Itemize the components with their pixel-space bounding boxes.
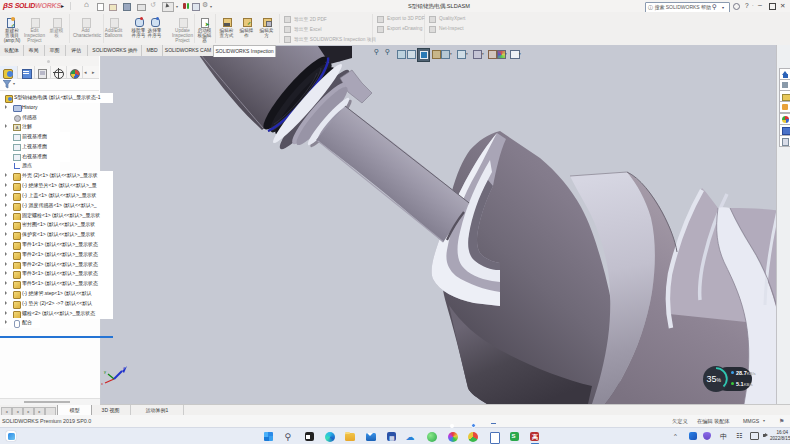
svg-text:y: y: [104, 369, 106, 374]
svg-text:x: x: [101, 381, 103, 386]
svg-text:z: z: [123, 365, 125, 370]
